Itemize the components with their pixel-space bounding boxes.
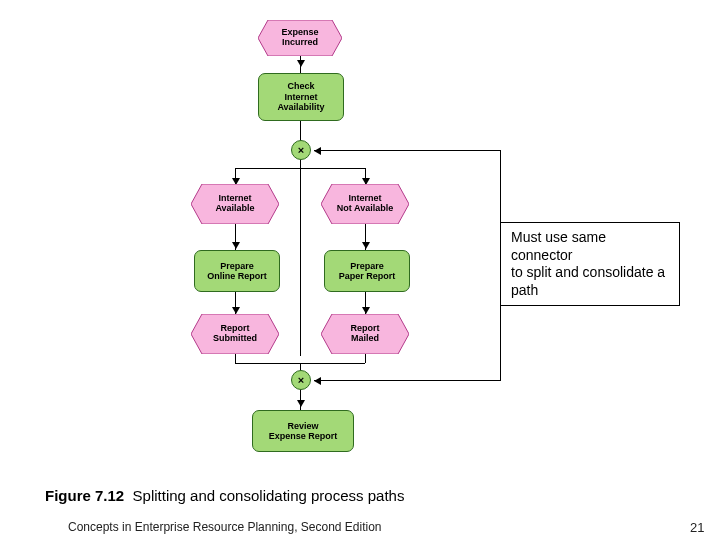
activity-label: Review Expense Report [269,421,338,442]
event-expense-incurred: Expense Incurred [258,20,342,56]
event-internet-not-available: Internet Not Available [321,184,409,224]
callout-line [314,150,500,151]
event-label: Report Mailed [321,323,409,344]
callout-text: Must use same connector to split and con… [511,229,665,298]
edge [235,168,365,169]
event-internet-available: Internet Available [191,184,279,224]
connector-symbol: × [298,144,304,156]
arrowhead-down-icon [362,307,370,314]
activity-prepare-paper: Prepare Paper Report [324,250,410,292]
activity-label: Prepare Online Report [207,261,267,282]
callout-box: Must use same connector to split and con… [500,222,680,306]
event-label: Report Submitted [191,323,279,344]
event-report-submitted: Report Submitted [191,314,279,354]
xor-connector-bottom: × [291,370,311,390]
arrowhead-left-icon [314,147,321,155]
page-number: 21 [690,520,704,535]
arrowhead-down-icon [232,242,240,249]
arrowhead-left-icon [314,377,321,385]
activity-prepare-online: Prepare Online Report [194,250,280,292]
activity-review-expense: Review Expense Report [252,410,354,452]
arrowhead-down-icon [297,60,305,67]
footer-text: Concepts in Enterprise Resource Planning… [68,520,382,534]
xor-connector-top: × [291,140,311,160]
activity-check-internet: Check Internet Availability [258,73,344,121]
activity-label: Prepare Paper Report [339,261,396,282]
arrowhead-down-icon [297,400,305,407]
figure-label: Figure 7.12 [45,487,124,504]
figure-text: Splitting and consolidating process path… [133,487,405,504]
arrowhead-down-icon [362,242,370,249]
diagram-stage: Expense Incurred Internet Available Inte… [0,0,720,540]
callout-line [314,380,500,381]
figure-caption: Figure 7.12 Splitting and consolidating … [45,487,404,504]
edge [300,148,301,356]
arrowhead-down-icon [232,307,240,314]
event-report-mailed: Report Mailed [321,314,409,354]
event-label: Expense Incurred [258,27,342,48]
activity-label: Check Internet Availability [277,81,324,112]
connector-symbol: × [298,374,304,386]
event-label: Internet Not Available [321,193,409,214]
event-label: Internet Available [191,193,279,214]
